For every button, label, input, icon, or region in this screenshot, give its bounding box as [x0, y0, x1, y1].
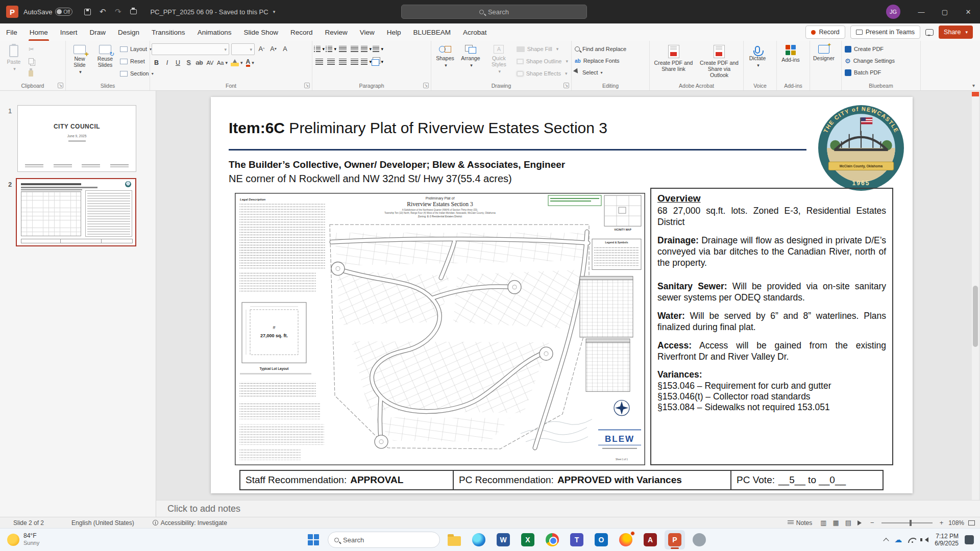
tab-animations[interactable]: Animations [191, 23, 238, 41]
powerpoint-app-icon[interactable] [6, 6, 18, 18]
slide-title[interactable]: Item:6C Preliminary Plat of Riverview Es… [229, 119, 607, 137]
line-spacing-button[interactable] [361, 43, 372, 54]
zoom-slider-thumb[interactable] [910, 520, 912, 526]
print-button[interactable] [126, 4, 141, 19]
tab-draw[interactable]: Draw [84, 23, 112, 41]
font-size-combo[interactable] [231, 43, 255, 55]
text-direction-button[interactable] [373, 43, 383, 54]
tab-bluebeam[interactable]: BLUEBEAM [407, 23, 457, 41]
teams-icon[interactable]: T [567, 530, 587, 549]
paragraph-dialog-launcher[interactable] [423, 83, 429, 88]
slide-canvas[interactable]: Item:6C Preliminary Plat of Riverview Es… [156, 91, 971, 500]
misc-app-icon[interactable] [689, 530, 709, 549]
record-button[interactable]: Record [805, 26, 845, 39]
recommendation-bar[interactable]: Staff Recommendation:APPROVAL PC Recomme… [239, 470, 884, 490]
bluebeam-create-pdf-button[interactable]: Create PDF [843, 43, 919, 55]
weather-widget[interactable]: 84°FSunny [7, 533, 39, 547]
zoom-out-button[interactable]: − [867, 519, 877, 527]
quick-styles-button[interactable]: Quick Styles [484, 43, 514, 80]
scrollbar-thumb[interactable] [973, 286, 978, 347]
autosave-switch[interactable]: Off [55, 8, 72, 16]
copy-button[interactable] [27, 56, 36, 67]
start-button[interactable] [303, 530, 324, 549]
tab-record[interactable]: Record [284, 23, 319, 41]
location-line[interactable]: NE corner of N Rockwell and NW 32nd St/ … [229, 173, 512, 185]
tab-review[interactable]: Review [319, 23, 354, 41]
create-pdf-share-outlook-button[interactable]: Create PDF and Share via Outlook [697, 43, 742, 80]
highlight-color-button[interactable] [230, 57, 244, 68]
tab-acrobat[interactable]: Acrobat [457, 23, 493, 41]
layout-button[interactable]: Layout [118, 43, 155, 55]
increase-font-button[interactable]: A^ [257, 43, 266, 54]
designer-button[interactable]: Designer [812, 43, 836, 80]
minimize-button[interactable]: — [910, 0, 933, 23]
bullets-button[interactable] [314, 43, 325, 54]
align-right-button[interactable] [337, 56, 348, 67]
zoom-level[interactable]: 108% [946, 519, 966, 527]
text-shadow-button[interactable]: S [184, 57, 193, 68]
firefox-icon[interactable] [616, 530, 636, 549]
shape-outline-button[interactable]: Shape Outline [515, 56, 570, 67]
paste-button[interactable]: Paste [2, 43, 26, 80]
clear-formatting-button[interactable]: A [280, 43, 290, 54]
align-center-button[interactable] [326, 56, 336, 67]
tab-home[interactable]: Home [23, 23, 54, 41]
change-case-button[interactable]: Aa [216, 57, 229, 68]
tab-design[interactable]: Design [112, 23, 145, 41]
clock[interactable]: 7:12 PM6/9/2025 [935, 533, 959, 547]
select-button[interactable]: Select [573, 67, 648, 78]
justify-button[interactable] [349, 56, 360, 67]
powerpoint-taskbar-icon[interactable]: P [665, 530, 685, 549]
reading-view-button[interactable]: ▤ [842, 519, 854, 527]
present-in-teams-button[interactable]: Present in Teams [850, 26, 920, 39]
user-avatar[interactable]: JG [886, 5, 900, 19]
slide-sorter-view-button[interactable]: ▦ [830, 519, 842, 527]
notes-toggle[interactable]: Notes [782, 517, 817, 529]
save-button[interactable] [80, 4, 95, 19]
tab-slide-show[interactable]: Slide Show [237, 23, 284, 41]
excel-icon[interactable]: X [518, 530, 538, 549]
outlook-icon[interactable]: O [591, 530, 611, 549]
autosave-toggle[interactable]: AutoSave Off [23, 8, 72, 16]
drawing-dialog-launcher[interactable] [564, 83, 569, 88]
shape-effects-button[interactable]: Shape Effects [515, 68, 570, 79]
addins-button[interactable]: Add-ins [778, 43, 803, 80]
file-explorer-icon[interactable] [444, 530, 464, 549]
zoom-in-button[interactable]: + [937, 519, 947, 527]
reset-button[interactable]: Reset [118, 56, 155, 67]
onedrive-icon[interactable] [894, 535, 902, 544]
character-spacing-button[interactable]: AV [205, 57, 215, 68]
notes-pane[interactable]: Click to add notes [156, 500, 980, 517]
fit-to-window-button[interactable] [968, 520, 975, 525]
decrease-font-button[interactable]: A [268, 43, 278, 54]
maximize-button[interactable]: ▢ [933, 0, 957, 23]
numbering-button[interactable] [326, 43, 336, 54]
shapes-button[interactable]: Shapes [433, 43, 457, 80]
titlebar-search[interactable]: Search [401, 5, 587, 19]
cut-button[interactable] [27, 43, 36, 55]
notification-center-button[interactable] [965, 535, 974, 544]
bluebeam-batch-pdf-button[interactable]: Batch PDF [843, 67, 919, 78]
acrobat-icon[interactable]: A [640, 530, 660, 549]
new-slide-button[interactable]: New Slide [67, 43, 92, 80]
tab-help[interactable]: Help [381, 23, 407, 41]
tab-file[interactable]: File [0, 23, 23, 41]
create-pdf-share-link-button[interactable]: Create PDF and Share link [651, 43, 696, 80]
city-of-newcastle-logo[interactable]: THE CITY of NEWCASTLE McClain County, Ok… [817, 104, 905, 192]
slide-2[interactable]: Item:6C Preliminary Plat of Riverview Es… [211, 97, 913, 493]
align-left-button[interactable] [314, 56, 325, 67]
tab-insert[interactable]: Insert [54, 23, 84, 41]
share-button[interactable]: Share [939, 26, 973, 39]
collapse-ribbon-button[interactable] [972, 83, 975, 88]
vertical-scrollbar[interactable] [972, 91, 979, 517]
tab-view[interactable]: View [354, 23, 381, 41]
bold-button[interactable]: B [152, 57, 161, 68]
tray-expand-icon[interactable] [884, 538, 889, 543]
normal-view-button[interactable]: ▥ [817, 519, 829, 527]
font-dialog-launcher[interactable] [304, 83, 310, 88]
accessibility-button[interactable]: Accessibility: Investigate [148, 517, 232, 529]
close-button[interactable]: ✕ [957, 0, 980, 23]
italic-button[interactable]: I [162, 57, 172, 68]
edge-icon[interactable] [469, 530, 489, 549]
bluebeam-change-settings-button[interactable]: Change Settings [843, 55, 919, 66]
